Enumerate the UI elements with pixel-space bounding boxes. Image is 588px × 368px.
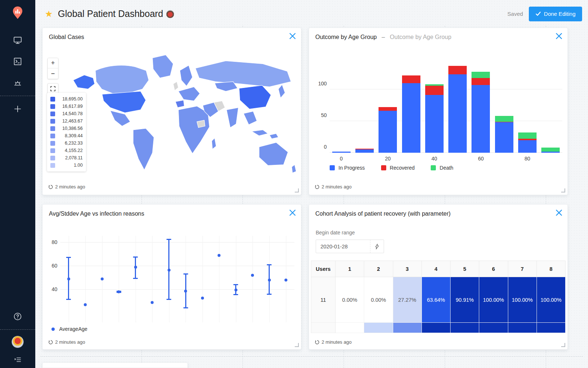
legend-item-recovered[interactable]: Recovered bbox=[381, 165, 415, 171]
apply-parameter-button[interactable] bbox=[370, 240, 384, 253]
resize-handle[interactable] bbox=[295, 188, 299, 192]
world-choropleth-map[interactable] bbox=[67, 47, 304, 181]
cohort-users-cell bbox=[311, 323, 336, 333]
country-scandinavia bbox=[180, 65, 192, 86]
stacked-bar-age-60 bbox=[472, 72, 490, 153]
queries-icon[interactable] bbox=[0, 51, 35, 72]
in-progress-segment bbox=[495, 122, 513, 153]
x-tick-label: 0 bbox=[340, 156, 343, 162]
legend-swatch-icon bbox=[50, 134, 55, 138]
country-europe bbox=[178, 87, 200, 101]
done-editing-button[interactable]: Done Editing bbox=[529, 7, 582, 21]
sidebar-nav bbox=[0, 29, 35, 93]
close-widget-icon[interactable] bbox=[288, 32, 297, 40]
legend-value: 4,155.22 bbox=[57, 148, 83, 153]
gridline-vertical bbox=[119, 236, 119, 322]
legend-swatch-icon bbox=[50, 112, 55, 116]
refresh-icon bbox=[49, 340, 53, 344]
cohort-header-cell: Users bbox=[311, 261, 336, 277]
stacked-bar-age-90 bbox=[541, 148, 560, 153]
redash-logo[interactable] bbox=[11, 6, 24, 21]
gridline bbox=[60, 266, 294, 266]
stacked-bar-age-50 bbox=[448, 66, 467, 153]
cohort-cell: 90.91% bbox=[451, 277, 479, 323]
outcome-bar-chart: 050100020406080 bbox=[330, 61, 562, 153]
x-tick-label: 60 bbox=[478, 156, 484, 162]
dashboard-canvas: ★ Global Patient Dashboard Saved Done Ed… bbox=[35, 0, 588, 368]
alerts-icon[interactable] bbox=[0, 72, 35, 93]
date-parameter-field bbox=[316, 240, 384, 253]
recovered-segment bbox=[425, 86, 444, 95]
y-tick-label: 50 bbox=[316, 112, 327, 118]
stacked-bar-age-80 bbox=[518, 132, 537, 153]
widget-cohort-analysis: Cohort Analysis of patient recovery (wit… bbox=[309, 204, 568, 350]
legend-value: 6,232.33 bbox=[57, 141, 83, 146]
legend-swatch-icon bbox=[50, 141, 55, 146]
sidebar-divider bbox=[0, 96, 35, 96]
resize-handle[interactable] bbox=[561, 343, 565, 347]
cohort-cell: 63.64% bbox=[422, 277, 451, 323]
country-japan bbox=[278, 85, 285, 98]
refresh-status: 2 minutes ago bbox=[315, 184, 352, 190]
cohort-header-cell: 6 bbox=[479, 261, 508, 277]
country-india bbox=[226, 107, 238, 127]
legend-value: 1.00 bbox=[57, 163, 83, 168]
widget-title: Cohort Analysis of patient recovery (wit… bbox=[315, 210, 451, 217]
map-legend-item: 4,155.22 bbox=[50, 147, 83, 154]
map-legend-item: 16,617.89 bbox=[50, 103, 83, 110]
cohort-users-cell: 11 bbox=[311, 277, 336, 323]
close-widget-icon[interactable] bbox=[555, 209, 563, 217]
legend-item-death[interactable]: Death bbox=[431, 165, 453, 171]
cohort-cell bbox=[508, 323, 537, 333]
title-emoji-icon bbox=[166, 10, 174, 18]
country-africa bbox=[178, 106, 209, 153]
legend-item-in-progress[interactable]: In Progress bbox=[330, 165, 365, 171]
grid-guide-horizontal bbox=[40, 356, 583, 357]
death-segment bbox=[518, 132, 537, 139]
cohort-cell: 0.00% bbox=[364, 277, 393, 323]
legend-swatch-icon bbox=[50, 163, 55, 168]
close-widget-icon[interactable] bbox=[288, 209, 297, 217]
map-legend-item: 6,232.33 bbox=[50, 139, 83, 147]
cohort-header-cell: 4 bbox=[422, 261, 451, 277]
scatter-chart: 406080 bbox=[60, 236, 294, 322]
widget-partial-bottom bbox=[42, 362, 188, 368]
refresh-status: 2 minutes ago bbox=[315, 339, 352, 345]
create-new-icon[interactable] bbox=[0, 98, 35, 120]
data-point bbox=[201, 297, 204, 300]
close-widget-icon[interactable] bbox=[555, 32, 563, 40]
scatter-legend-item[interactable]: AverageAge bbox=[51, 326, 87, 332]
country-central-asia bbox=[215, 82, 237, 91]
data-point bbox=[168, 269, 171, 272]
resize-handle[interactable] bbox=[295, 343, 299, 347]
legend-swatch-icon bbox=[330, 165, 335, 170]
stacked-bar-age-70 bbox=[495, 116, 513, 153]
favorite-star-icon[interactable]: ★ bbox=[45, 10, 53, 18]
bar-chart-legend: In ProgressRecoveredDeath bbox=[330, 165, 453, 171]
profile-avatar[interactable] bbox=[11, 336, 24, 348]
country-mexico bbox=[110, 110, 130, 126]
map-zoom-out-button[interactable]: − bbox=[48, 68, 58, 79]
map-legend-item: 10,386.56 bbox=[50, 125, 83, 132]
cohort-cell: 27.27% bbox=[393, 277, 422, 323]
resize-handle[interactable] bbox=[561, 188, 565, 192]
gridline-vertical bbox=[202, 236, 203, 322]
cohort-cell bbox=[537, 323, 566, 333]
map-legend-item: 1.00 bbox=[50, 162, 83, 169]
menu-unfold-icon[interactable] bbox=[0, 352, 35, 368]
death-segment bbox=[472, 72, 490, 78]
help-icon[interactable] bbox=[0, 306, 35, 327]
in-progress-segment bbox=[541, 152, 560, 153]
legend-swatch-icon bbox=[50, 148, 55, 153]
refresh-icon bbox=[49, 185, 53, 189]
refresh-icon bbox=[315, 340, 319, 344]
done-editing-label: Done Editing bbox=[544, 11, 576, 17]
data-point bbox=[101, 277, 104, 280]
country-china bbox=[239, 85, 271, 109]
dashboards-icon[interactable] bbox=[0, 29, 35, 51]
legend-swatch-icon bbox=[50, 119, 55, 124]
map-zoom-in-button[interactable]: + bbox=[48, 58, 58, 68]
legend-value: 2,078.11 bbox=[57, 155, 83, 160]
in-progress-segment bbox=[425, 95, 444, 153]
begin-date-input[interactable] bbox=[316, 240, 370, 253]
